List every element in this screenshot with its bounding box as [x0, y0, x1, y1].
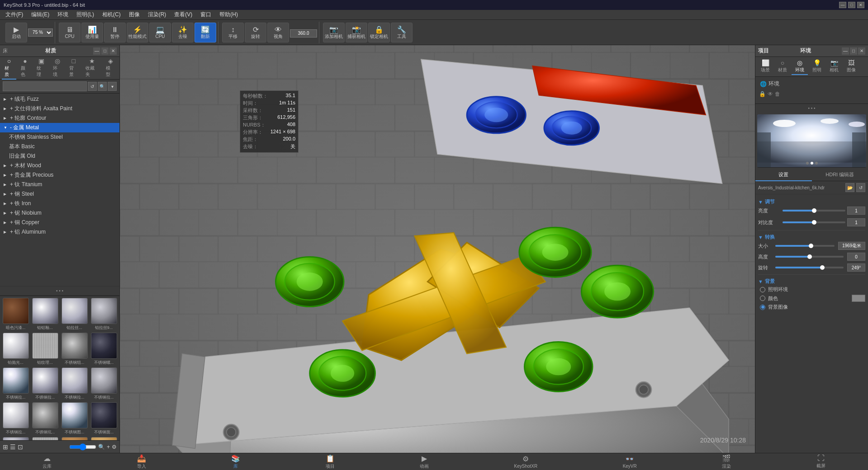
- thumbnail-item-17[interactable]: 不锈钢钢...: [31, 437, 59, 440]
- env-visible-btn[interactable]: 👁: [768, 91, 773, 97]
- tree-item-basic[interactable]: 基本 Basic: [0, 142, 119, 151]
- thumbnail-item-1[interactable]: 铂铝釉...: [31, 298, 59, 331]
- menu-edit[interactable]: 编辑(E): [28, 10, 53, 19]
- move-button[interactable]: ↕ 平移: [222, 23, 244, 42]
- cloud-button[interactable]: ☁ 云库: [39, 453, 55, 470]
- tools-button[interactable]: 🔧 工具: [391, 23, 413, 42]
- right-close-btn[interactable]: ✕: [858, 47, 865, 55]
- thumbnail-item-15[interactable]: 不锈钢面...: [90, 402, 118, 435]
- add-material-btn[interactable]: +: [107, 444, 110, 450]
- tab-right-camera[interactable]: 📷 相机: [826, 58, 842, 75]
- size-value[interactable]: [838, 242, 865, 250]
- background-section-header[interactable]: ▼ 背景: [758, 277, 865, 286]
- transform-section-header[interactable]: ▼ 转换: [758, 232, 865, 242]
- keyshot-xr-button[interactable]: ⚙ KeyShotXR: [510, 454, 541, 470]
- search-input[interactable]: [3, 81, 87, 91]
- tree-item-iron[interactable]: ▶ + 铁 Iron: [0, 199, 119, 208]
- refresh-button[interactable]: 🔄 翻新: [194, 23, 216, 42]
- menu-view[interactable]: 查看(V): [171, 10, 196, 19]
- env-tree-item[interactable]: 🌐 环境: [757, 79, 866, 89]
- contrast-thumb[interactable]: [812, 220, 816, 225]
- menu-file[interactable]: 文件(F): [2, 10, 27, 19]
- tab-right-lighting[interactable]: 💡 照明: [809, 58, 825, 75]
- thumbnail-item-19[interactable]: 栎木钢...: [90, 437, 118, 440]
- env-delete-btn[interactable]: 🗑: [775, 91, 780, 97]
- list-view-btn[interactable]: ☰: [10, 443, 16, 451]
- tree-item-metal[interactable]: ▼ - 金属 Metal: [0, 123, 119, 132]
- tree-item-stainless[interactable]: 不锈钢 Stainless Steel: [0, 132, 119, 142]
- tree-item-old[interactable]: 旧金属 Old: [0, 151, 119, 161]
- tab-model[interactable]: ◈ 模型: [103, 56, 118, 80]
- viewport[interactable]: 每秒帧数： 35.1 时间： 1m 11s 采样数： 151 三角形： 612,…: [120, 45, 755, 453]
- add-camera-button[interactable]: 📷 添加相机: [323, 23, 345, 42]
- contrast-value[interactable]: [847, 218, 865, 226]
- background-option1-radio[interactable]: [760, 287, 765, 292]
- close-button[interactable]: ✕: [857, 2, 864, 8]
- brightness-thumb[interactable]: [812, 208, 816, 213]
- env-lock-btn[interactable]: 🔒: [759, 91, 766, 97]
- dot-3[interactable]: [815, 162, 818, 164]
- perf-button[interactable]: ⚡ 性能模式: [127, 23, 148, 42]
- search-bottom-btn[interactable]: 🔍: [98, 444, 105, 450]
- zoom-select[interactable]: 75 %: [28, 28, 53, 37]
- start-button[interactable]: ▶ 启动: [5, 23, 27, 42]
- thumbnail-item-0[interactable]: 暗色污漆...: [2, 298, 29, 331]
- render-button[interactable]: 🎬 渲染: [718, 453, 735, 470]
- tab-background[interactable]: □ 背景: [66, 56, 81, 80]
- menu-help[interactable]: 帮助(H): [216, 10, 242, 19]
- thumb-size-slider[interactable]: [69, 443, 96, 451]
- tab-color[interactable]: ● 颜色: [18, 56, 33, 80]
- cpu2-button[interactable]: 💻 CPU: [149, 23, 171, 42]
- tab-environment[interactable]: ◎ 环境: [50, 56, 65, 80]
- background-option2-radio[interactable]: [760, 296, 765, 301]
- tree-item-copper[interactable]: ▶ + 铜 Copper: [0, 218, 119, 227]
- thumbnail-item-10[interactable]: 不锈钢拉...: [61, 367, 88, 400]
- thumbnail-item-18[interactable]: 栎木 Ash: [61, 437, 88, 440]
- rotate-button[interactable]: ⟳ 旋转: [245, 23, 266, 42]
- import-button[interactable]: 📥 导入: [133, 453, 150, 470]
- right-minimize-btn[interactable]: —: [842, 47, 849, 55]
- rotate-thumb[interactable]: [820, 265, 825, 270]
- thumbnail-item-14[interactable]: 不锈钢图...: [61, 402, 88, 435]
- tab-right-materials[interactable]: ○ 材质: [774, 58, 791, 75]
- tree-item-axalta[interactable]: ▶ + 文仕得涂料 Axalta Paint: [0, 104, 119, 113]
- adjustment-section-header[interactable]: ▼ 调节: [758, 197, 865, 207]
- maximize-button[interactable]: □: [848, 2, 855, 8]
- animation-button[interactable]: ▶ 动画: [416, 453, 432, 470]
- view-button[interactable]: 👁 视角: [267, 23, 289, 42]
- search-filter-btn[interactable]: ▾: [108, 82, 117, 91]
- size-thumb[interactable]: [809, 244, 813, 248]
- fullscreen-button[interactable]: ⛶ 截屏: [813, 453, 829, 470]
- thumbnail-item-7[interactable]: 不锈钢螺...: [90, 333, 118, 366]
- env-file-refresh-btn[interactable]: ↺: [856, 183, 865, 192]
- tree-item-titanium[interactable]: ▶ + 钛 Titanium: [0, 180, 119, 189]
- height-value[interactable]: [847, 253, 865, 261]
- thumbnail-item-12[interactable]: 不锈钢拉...: [2, 402, 29, 435]
- size-btn[interactable]: ⊡: [18, 443, 23, 451]
- tree-item-contour[interactable]: ▶ + 轮廓 Contour: [0, 113, 119, 123]
- menu-lighting[interactable]: 照明(L): [73, 10, 98, 19]
- thumbnail-item-4[interactable]: 铂抛光...: [2, 333, 29, 366]
- menu-env[interactable]: 环境: [54, 10, 72, 19]
- thumbnail-item-11[interactable]: 不锈钢拉...: [90, 367, 118, 400]
- background-option3-radio[interactable]: [760, 305, 765, 310]
- search-icon-btn[interactable]: 🔍: [98, 82, 107, 91]
- snap-camera-button[interactable]: 📸 捕获相机: [346, 23, 367, 42]
- thumbnail-item-5[interactable]: 铂纹理...: [31, 333, 59, 366]
- height-thumb[interactable]: [807, 254, 812, 259]
- env-file-open-btn[interactable]: 📂: [845, 183, 854, 192]
- tab-materials[interactable]: ○ 材质: [2, 56, 16, 80]
- tab-right-environment[interactable]: ◎ 环境: [792, 58, 808, 75]
- thumbnail-item-2[interactable]: 铂拉丝...: [61, 298, 88, 331]
- minimize-panel-btn[interactable]: —: [93, 47, 100, 55]
- key-vr-button[interactable]: 👓 KeyVR: [619, 454, 640, 470]
- thumbnail-item-16[interactable]: 不锈钢钢...: [2, 437, 29, 440]
- thumbnail-item-3[interactable]: 铂拉丝9...: [90, 298, 118, 331]
- color-swatch[interactable]: [852, 295, 865, 302]
- dot-2[interactable]: [811, 162, 813, 164]
- thumbnail-item-9[interactable]: 不锈钢拉...: [31, 367, 59, 400]
- thumbnail-item-8[interactable]: 不锈钢拉...: [2, 367, 29, 400]
- minimize-button[interactable]: —: [839, 2, 846, 8]
- search-reset-btn[interactable]: ↺: [88, 82, 97, 91]
- menu-window[interactable]: 窗口: [197, 10, 215, 19]
